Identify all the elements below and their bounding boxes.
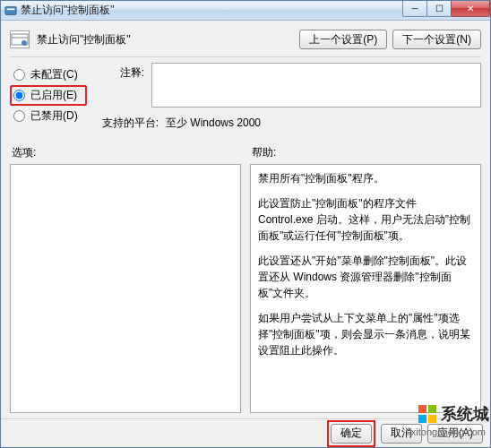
svg-point-4 (22, 40, 27, 46)
help-text: 如果用户尝试从上下文菜单上的"属性"项选择"控制面板"项，则会显示一条消息，说明… (258, 310, 473, 358)
policy-title: 禁止访问"控制面板" (37, 32, 131, 47)
help-label: 帮助: (250, 145, 481, 160)
comment-input[interactable] (151, 63, 481, 108)
help-text: 此设置还从"开始"菜单删除"控制面板"。此设置还从 Windows 资源管理器删… (258, 253, 473, 301)
titlebar: 禁止访问"控制面板" ─ ☐ ✕ (1, 1, 490, 21)
bottom-bar: 确定 取消 应用(A) (1, 418, 490, 447)
svg-rect-0 (5, 6, 16, 14)
dialog-window: 禁止访问"控制面板" ─ ☐ ✕ 禁止访问"控制面板" 上一个设置(P) 下一个… (0, 0, 491, 448)
radio-label: 已启用(E) (30, 88, 77, 103)
next-setting-button[interactable]: 下一个设置(N) (392, 30, 481, 49)
radio-not-configured-input[interactable] (13, 69, 25, 81)
window-controls: ─ ☐ ✕ (403, 1, 490, 20)
app-icon (4, 4, 17, 17)
close-button[interactable]: ✕ (451, 1, 490, 17)
radio-group: 未配置(C) 已启用(E) 已禁用(D) (10, 63, 87, 136)
header-row: 禁止访问"控制面板" 上一个设置(P) 下一个设置(N) (10, 26, 481, 56)
maximize-button[interactable]: ☐ (426, 1, 452, 17)
apply-button[interactable]: 应用(A) (427, 424, 483, 444)
ok-highlight: 确定 (327, 420, 375, 447)
ok-button[interactable]: 确定 (331, 424, 372, 444)
content-area: 禁止访问"控制面板" 上一个设置(P) 下一个设置(N) 未配置(C) 已启用(… (1, 21, 490, 418)
options-column: 选项: (10, 145, 241, 413)
radio-label: 未配置(C) (30, 67, 78, 82)
radio-enabled-input[interactable] (13, 90, 25, 101)
config-area: 未配置(C) 已启用(E) 已禁用(D) 注释: 支持的平台: (10, 63, 481, 136)
radio-enabled[interactable]: 已启用(E) (10, 85, 87, 106)
config-right: 注释: 支持的平台: 至少 Windows 2000 (94, 63, 481, 136)
policy-icon (10, 30, 30, 48)
divider (10, 56, 481, 57)
radio-disabled-input[interactable] (13, 110, 25, 122)
platform-label: 支持的平台: (94, 113, 159, 131)
help-panel: 禁用所有"控制面板"程序。 此设置防止"控制面板"的程序文件 Control.e… (250, 164, 481, 413)
svg-rect-1 (7, 8, 15, 10)
panels-row: 选项: 帮助: 禁用所有"控制面板"程序。 此设置防止"控制面板"的程序文件 C… (10, 145, 481, 413)
prev-setting-button[interactable]: 上一个设置(P) (299, 30, 387, 49)
cancel-button[interactable]: 取消 (381, 424, 422, 444)
platform-value: 至少 Windows 2000 (166, 113, 261, 131)
radio-disabled[interactable]: 已禁用(D) (10, 106, 87, 126)
options-label: 选项: (10, 145, 241, 160)
options-panel (10, 164, 241, 413)
help-column: 帮助: 禁用所有"控制面板"程序。 此设置防止"控制面板"的程序文件 Contr… (250, 145, 481, 413)
window-title: 禁止访问"控制面板" (21, 3, 403, 18)
comment-label: 注释: (94, 63, 144, 81)
minimize-button[interactable]: ─ (402, 1, 427, 17)
help-text: 此设置防止"控制面板"的程序文件 Control.exe 启动。这样，用户无法启… (258, 195, 473, 244)
radio-label: 已禁用(D) (30, 108, 78, 124)
radio-not-configured[interactable]: 未配置(C) (10, 65, 87, 85)
help-text: 禁用所有"控制面板"程序。 (258, 170, 473, 186)
